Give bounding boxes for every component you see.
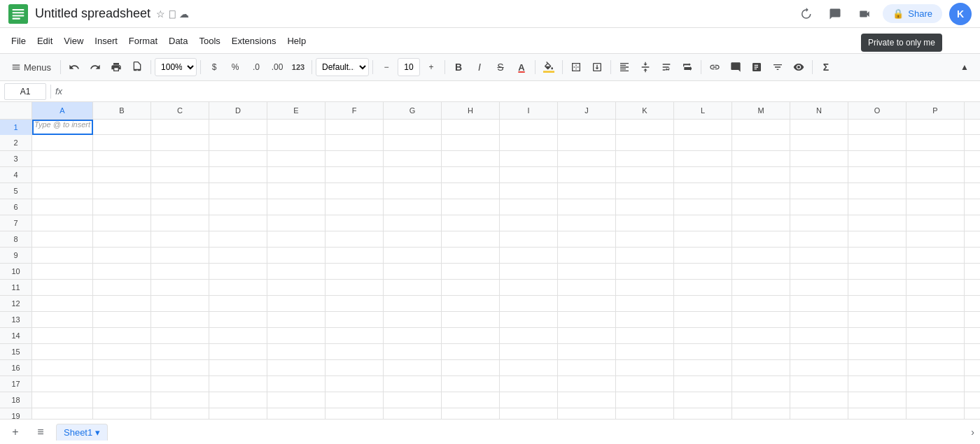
cell-H16[interactable]: [442, 360, 500, 375]
cell-L1[interactable]: [674, 120, 732, 135]
col-header-M[interactable]: M: [732, 102, 790, 119]
cell-A18[interactable]: [32, 392, 93, 408]
col-header-A[interactable]: A: [32, 102, 93, 119]
cell-O17[interactable]: [848, 376, 906, 392]
cell-K11[interactable]: [616, 280, 674, 295]
menu-format[interactable]: Format: [123, 33, 163, 49]
cell-O12[interactable]: [848, 296, 906, 311]
cell-N12[interactable]: [790, 296, 848, 311]
cell-B12[interactable]: [93, 296, 151, 311]
cell-M19[interactable]: [732, 408, 790, 419]
cell-J1[interactable]: [558, 120, 616, 135]
cell-E9[interactable]: [267, 248, 326, 263]
col-header-O[interactable]: O: [848, 102, 906, 119]
cell-D1[interactable]: [209, 120, 267, 135]
cell-N7[interactable]: [790, 215, 848, 231]
cell-K15[interactable]: [616, 344, 674, 359]
cell-I3[interactable]: [500, 151, 558, 166]
cell-G5[interactable]: [384, 183, 442, 199]
align-v-button[interactable]: [636, 57, 655, 77]
cell-K5[interactable]: [616, 183, 674, 199]
cell-K4[interactable]: [616, 167, 674, 182]
decimal-inc-button[interactable]: .00: [267, 57, 287, 77]
cell-G6[interactable]: [384, 199, 442, 215]
cell-J8[interactable]: [558, 231, 616, 247]
cell-H14[interactable]: [442, 328, 500, 343]
cell-C7[interactable]: [151, 215, 209, 231]
menu-tools[interactable]: Tools: [193, 33, 225, 49]
cell-H9[interactable]: [442, 248, 500, 263]
zoom-select[interactable]: 100% 75% 50% 125% 150%: [155, 58, 197, 76]
cell-E15[interactable]: [267, 344, 326, 359]
cell-D4[interactable]: [209, 167, 267, 182]
cell-F1[interactable]: [326, 120, 384, 135]
cell-N5[interactable]: [790, 183, 848, 199]
cell-J15[interactable]: [558, 344, 616, 359]
cell-M10[interactable]: [732, 264, 790, 279]
cell-E1[interactable]: [267, 120, 326, 135]
cell-O4[interactable]: [848, 167, 906, 182]
cell-G1[interactable]: [384, 120, 442, 135]
cell-P3[interactable]: [906, 151, 965, 166]
cell-I15[interactable]: [500, 344, 558, 359]
cell-A10[interactable]: [32, 264, 93, 279]
cell-J18[interactable]: [558, 392, 616, 408]
cell-J10[interactable]: [558, 264, 616, 279]
cell-B19[interactable]: [93, 408, 151, 419]
cell-C6[interactable]: [151, 199, 209, 215]
cell-B10[interactable]: [93, 264, 151, 279]
star-icon[interactable]: ☆: [156, 8, 165, 20]
cell-D17[interactable]: [209, 376, 267, 392]
cell-A12[interactable]: [32, 296, 93, 311]
cell-F17[interactable]: [326, 376, 384, 392]
cell-M6[interactable]: [732, 199, 790, 215]
row-num-1[interactable]: 1: [0, 120, 32, 135]
cell-C9[interactable]: [151, 248, 209, 263]
cell-A2[interactable]: [32, 135, 93, 150]
row-num-16[interactable]: 16: [0, 360, 32, 375]
cell-O7[interactable]: [848, 215, 906, 231]
cell-M14[interactable]: [732, 328, 790, 343]
col-header-L[interactable]: L: [674, 102, 732, 119]
cell-K14[interactable]: [616, 328, 674, 343]
col-header-N[interactable]: N: [790, 102, 848, 119]
cell-I4[interactable]: [500, 167, 558, 182]
cell-F5[interactable]: [326, 183, 384, 199]
bold-button[interactable]: B: [449, 57, 468, 77]
cell-G8[interactable]: [384, 231, 442, 247]
cell-E12[interactable]: [267, 296, 326, 311]
cell-F15[interactable]: [326, 344, 384, 359]
cell-N16[interactable]: [790, 360, 848, 375]
cell-O11[interactable]: [848, 280, 906, 295]
menu-data[interactable]: Data: [163, 33, 193, 49]
format-123-button[interactable]: 123: [288, 57, 308, 77]
cell-L11[interactable]: [674, 280, 732, 295]
cell-E11[interactable]: [267, 280, 326, 295]
link-button[interactable]: [705, 57, 724, 77]
cell-M9[interactable]: [732, 248, 790, 263]
cell-F14[interactable]: [326, 328, 384, 343]
comment-button[interactable]: [726, 57, 746, 77]
cell-J12[interactable]: [558, 296, 616, 311]
cell-J7[interactable]: [558, 215, 616, 231]
cell-E10[interactable]: [267, 264, 326, 279]
cell-M11[interactable]: [732, 280, 790, 295]
cell-J11[interactable]: [558, 280, 616, 295]
cell-D13[interactable]: [209, 312, 267, 327]
cell-A8[interactable]: [32, 231, 93, 247]
cell-A11[interactable]: [32, 280, 93, 295]
chart-button[interactable]: [747, 57, 766, 77]
cell-B16[interactable]: [93, 360, 151, 375]
row-num-18[interactable]: 18: [0, 392, 32, 408]
meet-button[interactable]: [853, 3, 876, 25]
add-sheet-button[interactable]: +: [6, 422, 25, 442]
collapse-toolbar-button[interactable]: ▲: [955, 57, 974, 77]
cell-B4[interactable]: [93, 167, 151, 182]
cell-A1[interactable]: Type @ to insert: [32, 120, 93, 135]
menu-view[interactable]: View: [58, 33, 89, 49]
row-num-3[interactable]: 3: [0, 151, 32, 166]
cell-L19[interactable]: [674, 408, 732, 419]
cell-B13[interactable]: [93, 312, 151, 327]
cell-O13[interactable]: [848, 312, 906, 327]
cell-J5[interactable]: [558, 183, 616, 199]
